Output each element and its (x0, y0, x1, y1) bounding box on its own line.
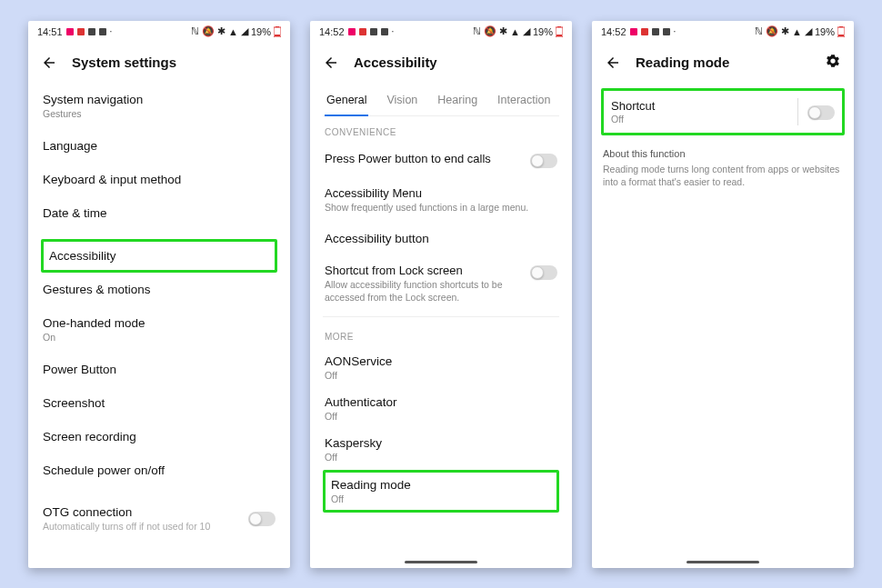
notification-icon (66, 28, 74, 35)
signal-icon: ◢ (805, 25, 812, 37)
item-sub: Gestures (43, 108, 276, 119)
tab-vision[interactable]: Vision (385, 88, 419, 115)
item-label: Keyboard & input method (43, 173, 276, 186)
svg-rect-5 (556, 35, 562, 36)
press-power-item[interactable]: Press Power button to end calls (323, 143, 559, 177)
wifi-icon: ▲ (792, 26, 802, 37)
accessibility-item[interactable]: Accessibility (41, 239, 277, 273)
battery-icon (274, 26, 281, 37)
about-section: About this function Reading mode turns l… (601, 135, 845, 202)
item-sub: Off (331, 493, 551, 504)
reading-mode-content: Shortcut Off About this function Reading… (592, 83, 854, 568)
nfc-icon: ℕ (755, 25, 763, 37)
section-convenience: CONVENIENCE (323, 116, 559, 143)
kaspersky-item[interactable]: Kaspersky Off (323, 429, 559, 470)
settings-list: System navigation Gestures Language Keyb… (28, 83, 290, 568)
battery-text: 19% (533, 26, 553, 37)
otg-toggle[interactable] (248, 512, 276, 526)
accessibility-menu-item[interactable]: Accessibility Menu Show frequently used … (323, 177, 559, 224)
screen-recording-item[interactable]: Screen recording (41, 420, 277, 453)
item-label: Shortcut (611, 99, 788, 113)
header: System settings (28, 43, 290, 83)
more-icon: · (392, 26, 395, 36)
nfc-icon: ℕ (473, 25, 481, 37)
item-sub: Allow accessibility function shortcuts t… (325, 279, 519, 304)
keyboard-item[interactable]: Keyboard & input method (41, 163, 277, 196)
home-indicator[interactable] (687, 561, 759, 563)
item-label: Kaspersky (325, 436, 557, 450)
section-more: MORE (323, 321, 559, 347)
item-label: Press Power button to end calls (325, 152, 519, 165)
phone-screen-3: 14:52 · ℕ 🔕 ✱ ▲ ◢ 19% Reading mode Short… (592, 21, 854, 568)
status-bar: 14:52 · ℕ 🔕 ✱ ▲ ◢ 19% (310, 21, 572, 43)
home-indicator[interactable] (405, 561, 477, 563)
item-label: OTG connection (43, 505, 210, 519)
svg-rect-4 (557, 26, 561, 27)
shortcut-lock-toggle[interactable] (530, 265, 557, 280)
item-label: Date & time (43, 206, 276, 220)
shortcut-lock-item[interactable]: Shortcut from Lock screen Allow accessib… (323, 254, 559, 313)
svg-rect-1 (276, 26, 279, 27)
header: Accessibility (310, 43, 572, 83)
otg-item[interactable]: OTG connection Automatically turns off i… (41, 496, 277, 533)
back-icon[interactable] (323, 55, 339, 71)
aon-service-item[interactable]: AONService Off (323, 347, 559, 388)
shortcut-item[interactable]: Shortcut Off (604, 91, 842, 133)
notification-icon (359, 28, 366, 35)
date-time-item[interactable]: Date & time (41, 196, 277, 230)
status-bar: 14:52 · ℕ 🔕 ✱ ▲ ◢ 19% (592, 21, 854, 43)
accessibility-content: General Vision Hearing Interaction CONVE… (310, 83, 572, 568)
shortcut-toggle[interactable] (807, 105, 835, 120)
wifi-icon: ▲ (510, 26, 520, 37)
schedule-power-item[interactable]: Schedule power on/off (41, 453, 277, 487)
page-title: System settings (72, 55, 176, 70)
linkedin-icon (88, 28, 95, 35)
item-label: Gestures & motions (43, 283, 276, 296)
system-navigation-item[interactable]: System navigation Gestures (41, 83, 277, 129)
status-time: 14:51 (37, 26, 63, 37)
gear-icon[interactable] (825, 53, 841, 73)
tab-general[interactable]: General (325, 88, 368, 115)
power-button-item[interactable]: Power Button (41, 353, 277, 386)
authenticator-item[interactable]: Authenticator Off (323, 388, 559, 429)
press-power-toggle[interactable] (530, 154, 557, 168)
back-icon[interactable] (41, 55, 57, 71)
signal-icon: ◢ (241, 25, 248, 37)
item-sub: Off (325, 411, 557, 422)
item-label: Accessibility (49, 249, 269, 263)
linkedin-icon (652, 28, 659, 35)
shortcut-highlight: Shortcut Off (601, 88, 845, 135)
item-sub: Off (325, 370, 557, 381)
item-label: Authenticator (325, 395, 557, 409)
item-label: Accessibility button (325, 232, 557, 245)
battery-icon (556, 26, 563, 37)
reading-mode-item[interactable]: Reading mode Off (326, 473, 556, 510)
bluetooth-icon: ✱ (499, 25, 507, 37)
about-label: About this function (603, 148, 843, 159)
item-label: AONService (325, 354, 557, 368)
back-icon[interactable] (605, 55, 621, 71)
tab-hearing[interactable]: Hearing (436, 88, 479, 115)
linkedin-icon (370, 28, 377, 35)
status-time: 14:52 (601, 26, 626, 37)
phone-screen-2: 14:52 · ℕ 🔕 ✱ ▲ ◢ 19% Accessibility Gene… (310, 21, 572, 568)
one-handed-item[interactable]: One-handed mode On (41, 306, 277, 353)
tabs: General Vision Hearing Interaction (323, 83, 559, 116)
notification-icon (348, 28, 356, 35)
screenshot-item[interactable]: Screenshot (41, 386, 277, 420)
item-label: Screen recording (43, 430, 276, 443)
wifi-icon: ▲ (228, 26, 238, 37)
item-label: Language (43, 139, 276, 153)
accessibility-button-item[interactable]: Accessibility button (323, 223, 559, 254)
item-label: One-handed mode (43, 316, 276, 330)
status-time: 14:52 (319, 26, 345, 37)
item-label: System navigation (43, 93, 276, 106)
nfc-icon: ℕ (191, 25, 199, 37)
notification-icon (641, 28, 648, 35)
language-item[interactable]: Language (41, 129, 277, 163)
gestures-motions-item[interactable]: Gestures & motions (41, 273, 277, 306)
item-label: Screenshot (43, 396, 276, 410)
tab-interaction[interactable]: Interaction (496, 88, 552, 115)
bluetooth-icon: ✱ (217, 25, 226, 37)
svg-rect-7 (839, 26, 843, 27)
